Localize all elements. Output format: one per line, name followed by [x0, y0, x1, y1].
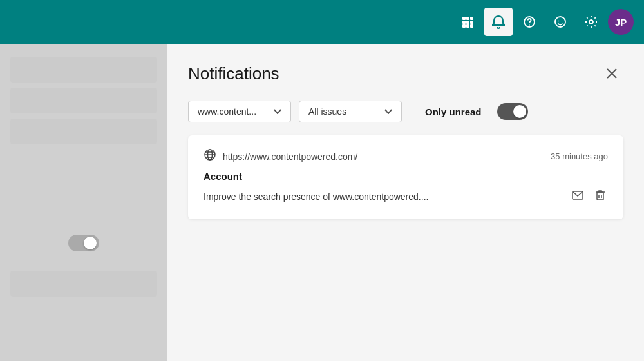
- help-icon[interactable]: [515, 8, 544, 36]
- main-content: Notifications www.content... All issues: [0, 44, 644, 361]
- issues-filter-chevron: [384, 107, 392, 116]
- globe-icon: [204, 148, 216, 164]
- card-message: Improve the search presence of www.conte…: [204, 191, 562, 202]
- smiley-icon[interactable]: [546, 8, 574, 36]
- svg-point-12: [558, 21, 560, 22]
- card-url-row: https://www.contentpowered.com/: [204, 148, 357, 164]
- svg-rect-5: [470, 21, 473, 24]
- svg-point-14: [589, 20, 593, 24]
- card-time: 35 minutes ago: [551, 151, 608, 161]
- issues-filter-value: All issues: [308, 106, 346, 117]
- svg-point-11: [555, 17, 565, 27]
- notification-card: https://www.contentpowered.com/ 35 minut…: [188, 135, 623, 219]
- settings-icon[interactable]: [577, 8, 605, 36]
- svg-rect-2: [470, 17, 473, 20]
- svg-rect-23: [597, 192, 603, 200]
- svg-point-10: [529, 24, 530, 26]
- only-unread-toggle[interactable]: [497, 103, 528, 120]
- svg-rect-7: [466, 24, 469, 28]
- svg-rect-6: [462, 24, 466, 28]
- grid-icon[interactable]: [453, 8, 482, 36]
- toggle-thumb: [513, 105, 526, 118]
- panel-header: Notifications: [188, 62, 623, 85]
- avatar[interactable]: JP: [608, 9, 634, 35]
- topbar: JP: [0, 0, 644, 44]
- site-filter-dropdown[interactable]: www.content...: [188, 101, 291, 122]
- card-top: https://www.contentpowered.com/ 35 minut…: [204, 148, 608, 164]
- mark-read-icon[interactable]: [569, 188, 586, 205]
- close-button[interactable]: [600, 62, 623, 85]
- notifications-bell-icon[interactable]: [484, 8, 513, 36]
- issues-filter-dropdown[interactable]: All issues: [299, 101, 402, 122]
- card-actions: [569, 187, 608, 206]
- card-url: https://www.contentpowered.com/: [223, 151, 357, 162]
- only-unread-label: Only unread: [425, 106, 482, 117]
- filters-row: www.content... All issues Only unread: [188, 101, 623, 122]
- svg-rect-8: [470, 24, 473, 28]
- sidebar-toggle[interactable]: [68, 235, 99, 251]
- card-category: Account: [204, 171, 608, 182]
- svg-rect-3: [462, 21, 466, 24]
- sidebar: [0, 44, 167, 361]
- svg-rect-0: [462, 17, 466, 20]
- delete-icon[interactable]: [592, 187, 608, 206]
- card-body-row: Improve the search presence of www.conte…: [204, 187, 608, 206]
- notifications-panel: Notifications www.content... All issues: [167, 44, 644, 361]
- svg-rect-1: [466, 17, 469, 20]
- svg-rect-4: [466, 21, 469, 24]
- site-filter-value: www.content...: [198, 106, 256, 117]
- panel-title: Notifications: [188, 64, 279, 84]
- site-filter-chevron: [274, 107, 281, 116]
- svg-point-13: [562, 21, 563, 22]
